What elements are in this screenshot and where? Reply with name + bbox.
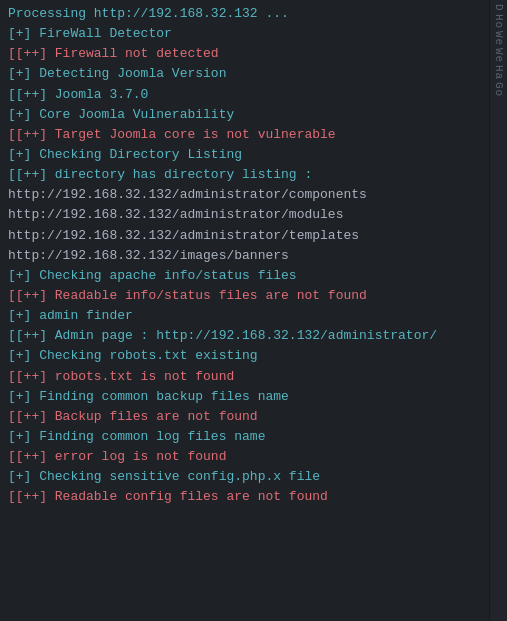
line-08: [[++] Joomla 3.7.0 (8, 85, 481, 105)
line-37: [[++] Readable config files are not foun… (8, 487, 481, 507)
sidebar-label-go: Go (493, 82, 505, 97)
line-05: [[++] Firewall not detected (8, 44, 481, 64)
sidebar-label-d: D (493, 4, 505, 12)
sidebar-label-ha: Ha (493, 65, 505, 80)
sidebar-label-ho: Ho (493, 14, 505, 29)
line-36: [+] Checking sensitive config.php.x file (8, 467, 481, 487)
line-10: [+] Core Joomla Vulnerability (8, 105, 481, 125)
line-04: [+] FireWall Detector (8, 24, 481, 44)
line-16: http://192.168.32.132/administrator/modu… (8, 205, 481, 225)
line-01: Processing http://192.168.32.132 ... (8, 4, 481, 24)
line-33: [+] Finding common log files name (8, 427, 481, 447)
line-24: [+] admin finder (8, 306, 481, 326)
line-13: [+] Checking Directory Listing (8, 145, 481, 165)
line-14: [[++] directory has directory listing : (8, 165, 481, 185)
sidebar-label-we1: We (493, 31, 505, 46)
terminal-output: Processing http://192.168.32.132 ...[+] … (0, 0, 489, 621)
line-34: [[++] error log is not found (8, 447, 481, 467)
line-17: http://192.168.32.132/administrator/temp… (8, 226, 481, 246)
line-27: [+] Checking robots.txt existing (8, 346, 481, 366)
line-22: [[++] Readable info/status files are not… (8, 286, 481, 306)
line-18: http://192.168.32.132/images/banners (8, 246, 481, 266)
line-28: [[++] robots.txt is not found (8, 367, 481, 387)
sidebar: D Ho We We Ha Go (489, 0, 507, 621)
sidebar-label-we2: We (493, 48, 505, 63)
line-25: [[++] Admin page : http://192.168.32.132… (8, 326, 481, 346)
line-21: [+] Checking apache info/status files (8, 266, 481, 286)
line-30: [+] Finding common backup files name (8, 387, 481, 407)
line-07: [+] Detecting Joomla Version (8, 64, 481, 84)
line-15: http://192.168.32.132/administrator/comp… (8, 185, 481, 205)
line-31: [[++] Backup files are not found (8, 407, 481, 427)
line-11: [[++] Target Joomla core is not vulnerab… (8, 125, 481, 145)
